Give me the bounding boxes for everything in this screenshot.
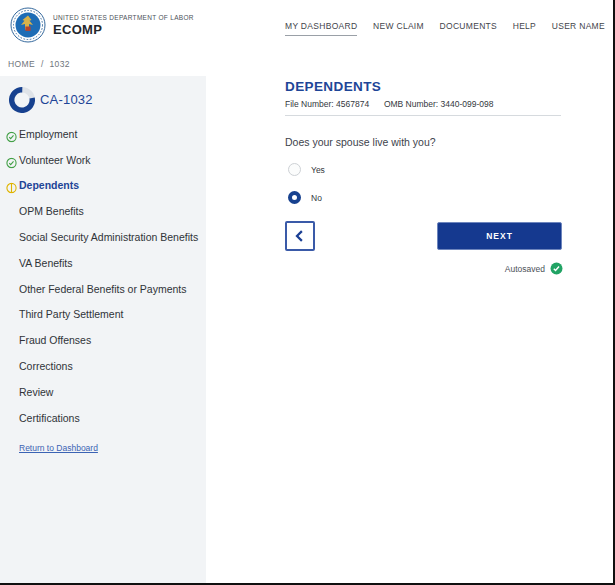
sidebar-item-label: Other Federal Benefits or Payments (19, 283, 187, 295)
breadcrumb-home[interactable]: HOME (8, 59, 35, 69)
radio-yes[interactable] (288, 163, 301, 176)
sidebar-item-label: Third Party Settlement (19, 308, 123, 320)
sidebar-item-employment[interactable]: Employment (0, 121, 206, 147)
sidebar-item-fraud-offenses[interactable]: Fraud Offenses (0, 327, 206, 353)
return-to-dashboard-link[interactable]: Return to Dashboard (19, 443, 98, 453)
sidebar-item-review[interactable]: Review (0, 379, 206, 405)
sidebar-item-label: Review (19, 386, 53, 398)
sidebar-item-label: OPM Benefits (19, 205, 84, 217)
sidebar-item-label: Fraud Offenses (19, 334, 91, 346)
progress-ring (9, 87, 35, 113)
page-title: DEPENDENTS (285, 79, 381, 94)
sidebar-item-opm-benefits[interactable]: OPM Benefits (0, 198, 206, 224)
file-number-label: File Number: (285, 99, 334, 109)
radio-no-label: No (311, 193, 322, 203)
nav-documents[interactable]: DOCUMENTS (440, 21, 497, 35)
divider (285, 115, 561, 116)
omb-number-value: 3440-099-098 (441, 99, 494, 109)
check-circle-icon (6, 154, 17, 165)
autosave-status: Autosaved (505, 262, 563, 275)
top-navigation: MY DASHBOARD NEW CLAIM DOCUMENTS HELP US… (285, 21, 605, 36)
back-button[interactable] (285, 221, 315, 251)
nav-help[interactable]: HELP (513, 21, 536, 35)
check-circle-icon (6, 128, 17, 139)
sidebar-item-label: Volunteer Work (19, 154, 91, 166)
sidebar-item-va-benefits[interactable]: VA Benefits (0, 250, 206, 276)
sidebar-item-label: Social Security Administration Benefits (19, 231, 198, 243)
sidebar-item-third-party-settlement[interactable]: Third Party Settlement (0, 302, 206, 328)
form-sidebar: CA-1032 Employment Volunteer Work Depend… (0, 76, 206, 585)
sidebar-item-label: Corrections (19, 360, 73, 372)
in-progress-icon (6, 180, 17, 191)
form-meta: File Number: 4567874 OMB Number: 3440-09… (285, 99, 494, 109)
question-text: Does your spouse live with you? (285, 136, 436, 148)
sidebar-item-label: Dependents (19, 179, 79, 191)
nav-user-name[interactable]: USER NAME (552, 21, 605, 35)
agency-seal-logo (10, 7, 46, 43)
radio-option-no[interactable]: No (288, 191, 322, 204)
autosaved-check-icon (550, 262, 563, 275)
radio-no[interactable] (288, 191, 301, 204)
sidebar-item-ssa-benefits[interactable]: Social Security Administration Benefits (0, 224, 206, 250)
agency-name: UNITED STATES DEPARTMENT OF LABOR (53, 14, 194, 21)
sidebar-item-corrections[interactable]: Corrections (0, 353, 206, 379)
sidebar-item-label: VA Benefits (19, 257, 73, 269)
chevron-left-icon (291, 227, 309, 245)
sidebar-item-label: Certifications (19, 412, 80, 424)
app-name: ECOMP (53, 22, 102, 37)
radio-yes-label: Yes (311, 165, 325, 175)
form-section-list: Employment Volunteer Work Dependents OPM… (0, 121, 206, 431)
omb-number-label: OMB Number: (384, 99, 438, 109)
nav-new-claim[interactable]: NEW CLAIM (373, 21, 424, 35)
ecomp-window: UNITED STATES DEPARTMENT OF LABOR ECOMP … (0, 0, 615, 585)
breadcrumb-separator: / (41, 59, 44, 69)
nav-my-dashboard[interactable]: MY DASHBOARD (285, 21, 357, 36)
sidebar-item-volunteer-work[interactable]: Volunteer Work (0, 147, 206, 173)
sidebar-item-dependents[interactable]: Dependents (0, 173, 206, 199)
breadcrumb-page: 1032 (49, 59, 70, 69)
form-title: CA-1032 (40, 92, 93, 107)
sidebar-item-other-federal-benefits[interactable]: Other Federal Benefits or Payments (0, 276, 206, 302)
breadcrumb: HOME / 1032 (8, 59, 73, 69)
next-button[interactable]: NEXT (437, 222, 562, 250)
sidebar-item-certifications[interactable]: Certifications (0, 405, 206, 431)
sidebar-item-label: Employment (19, 128, 77, 140)
autosaved-label: Autosaved (505, 264, 545, 274)
radio-option-yes[interactable]: Yes (288, 163, 325, 176)
file-number-value: 4567874 (336, 99, 369, 109)
